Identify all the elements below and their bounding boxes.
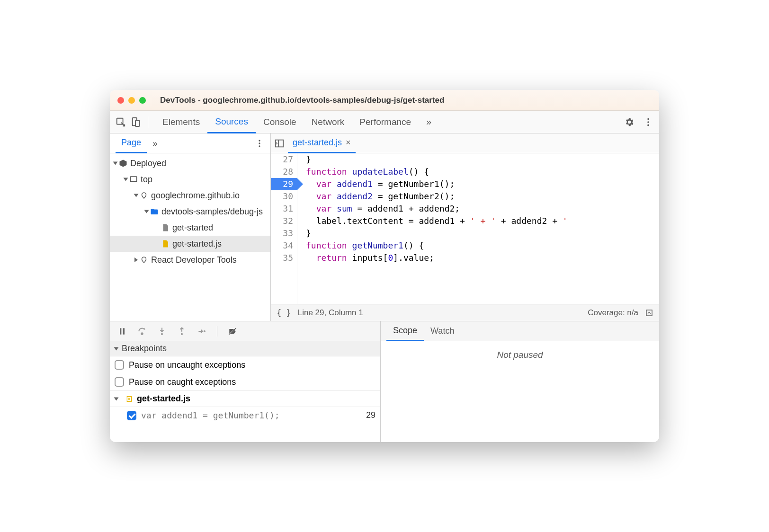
separator <box>148 116 148 128</box>
file-icon <box>125 395 133 403</box>
svg-point-3 <box>647 118 649 120</box>
not-paused-message: Not paused <box>381 341 659 442</box>
separator <box>217 326 217 337</box>
tree-top[interactable]: top <box>110 171 270 187</box>
svg-point-15 <box>141 333 143 334</box>
checkbox[interactable] <box>115 377 124 387</box>
inspect-element-icon[interactable] <box>116 117 126 127</box>
toggle-navigator-icon[interactable] <box>271 138 288 149</box>
tab-performance[interactable]: Performance <box>352 111 419 133</box>
navigator-menu-icon[interactable] <box>254 138 265 149</box>
tab-watch[interactable]: Watch <box>424 321 461 341</box>
step-into-icon[interactable] <box>157 327 167 336</box>
tree-react-devtools[interactable]: React Developer Tools <box>110 252 270 268</box>
kebab-menu-icon[interactable] <box>643 117 653 127</box>
deactivate-breakpoints-icon[interactable] <box>228 327 237 336</box>
tree-file-js[interactable]: get-started.js <box>110 236 270 252</box>
svg-point-18 <box>204 330 206 332</box>
navigator-tab-page[interactable]: Page <box>116 133 147 153</box>
pause-icon[interactable] <box>117 327 127 336</box>
line-gutter[interactable]: 272829303132333435 <box>271 153 297 304</box>
debugger-toolbar <box>110 321 380 341</box>
tab-sources[interactable]: Sources <box>207 111 256 133</box>
step-icon[interactable] <box>197 327 206 336</box>
devtools-window: DevTools - googlechrome.github.io/devtoo… <box>110 90 659 442</box>
window-controls <box>117 97 146 104</box>
tab-network[interactable]: Network <box>304 111 352 133</box>
svg-point-7 <box>259 142 260 144</box>
svg-point-8 <box>259 145 260 147</box>
close-tab-icon[interactable]: × <box>346 138 351 148</box>
svg-point-5 <box>647 124 649 126</box>
cursor-position: Line 29, Column 1 <box>298 308 363 318</box>
svg-rect-14 <box>123 328 125 334</box>
navigator-tabs: Page » <box>110 133 270 153</box>
coverage-label: Coverage: n/a <box>588 308 638 318</box>
code-editor[interactable]: 272829303132333435 }function updateLabel… <box>271 153 659 304</box>
step-over-icon[interactable] <box>137 327 147 336</box>
svg-point-17 <box>181 333 183 335</box>
tab-scope[interactable]: Scope <box>386 321 424 341</box>
main-toolbar: Elements Sources Console Network Perform… <box>110 111 659 133</box>
svg-point-6 <box>259 140 260 141</box>
editor-tab-label: get-started.js <box>293 138 342 148</box>
tree-origin[interactable]: googlechrome.github.io <box>110 187 270 204</box>
zoom-window-icon[interactable] <box>139 97 146 104</box>
minimize-window-icon[interactable] <box>128 97 135 104</box>
tab-elements[interactable]: Elements <box>155 111 207 133</box>
navigator-more-icon[interactable]: » <box>147 133 163 153</box>
breakpoints-header[interactable]: Breakpoints <box>110 341 380 356</box>
editor-tab-file[interactable]: get-started.js × <box>288 133 356 153</box>
tab-console[interactable]: Console <box>256 111 304 133</box>
close-window-icon[interactable] <box>117 97 124 104</box>
svg-point-4 <box>647 121 649 123</box>
svg-rect-12 <box>646 310 652 316</box>
tree-folder[interactable]: devtools-samples/debug-js <box>110 204 270 220</box>
breakpoint-file-row[interactable]: get-started.js <box>110 390 380 407</box>
tree-file-html[interactable]: get-started <box>110 220 270 236</box>
svg-rect-21 <box>127 396 131 401</box>
debugger-pane: Breakpoints Pause on uncaught exceptions… <box>110 321 381 442</box>
editor-tabs: get-started.js × <box>271 133 659 153</box>
svg-rect-13 <box>120 328 121 334</box>
pause-uncaught-row[interactable]: Pause on uncaught exceptions <box>110 356 380 373</box>
chevron-down-icon <box>114 347 119 350</box>
scope-watch-pane: Scope Watch Not paused <box>381 321 659 442</box>
window-title: DevTools - googlechrome.github.io/devtoo… <box>160 96 444 105</box>
svg-point-16 <box>161 333 163 335</box>
navigator-pane: Page » Deployed top googlechrome.github.… <box>110 133 271 321</box>
pretty-print-icon[interactable]: { } <box>277 308 291 318</box>
settings-icon[interactable] <box>624 117 635 127</box>
checkbox[interactable] <box>115 360 124 370</box>
device-toolbar-icon[interactable] <box>131 117 141 127</box>
tree-deployed[interactable]: Deployed <box>110 155 270 171</box>
collapse-icon[interactable] <box>645 309 653 317</box>
titlebar: DevTools - googlechrome.github.io/devtoo… <box>110 90 659 111</box>
svg-rect-2 <box>135 120 139 126</box>
pause-caught-row[interactable]: Pause on caught exceptions <box>110 373 380 390</box>
code-content[interactable]: }function updateLabel() { var addend1 = … <box>297 153 659 304</box>
breakpoint-line-number: 29 <box>366 410 376 420</box>
more-tabs-icon[interactable]: » <box>419 111 439 133</box>
chevron-down-icon <box>114 397 119 400</box>
file-tree: Deployed top googlechrome.github.io devt… <box>110 153 270 321</box>
step-out-icon[interactable] <box>177 327 187 336</box>
breakpoint-entry[interactable]: var addend1 = getNumber1(); 29 <box>110 407 380 424</box>
checkbox-checked[interactable] <box>127 411 136 420</box>
scope-watch-tabs: Scope Watch <box>381 321 659 341</box>
editor-statusbar: { } Line 29, Column 1 Coverage: n/a <box>271 304 659 321</box>
svg-rect-9 <box>130 177 137 182</box>
